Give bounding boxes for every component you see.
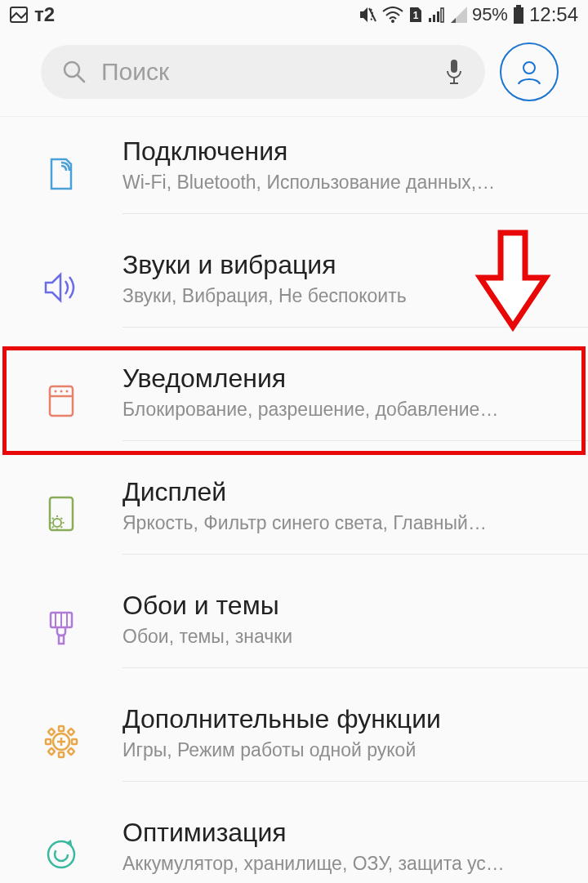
optimize-icon — [44, 837, 78, 872]
notifications-icon — [45, 383, 78, 419]
profile-icon — [514, 57, 544, 87]
profile-button[interactable] — [500, 42, 559, 101]
svg-line-27 — [52, 518, 54, 520]
svg-rect-44 — [68, 747, 74, 754]
item-title: Дисплей — [122, 477, 564, 507]
connections-icon — [45, 154, 78, 194]
svg-line-29 — [52, 526, 54, 528]
item-wallpapers[interactable]: Обои и темы Обои, темы, значки — [0, 571, 588, 685]
item-sub: Игры, Режим работы одной рукой — [122, 739, 564, 761]
svg-rect-41 — [48, 728, 55, 734]
svg-rect-37 — [59, 726, 64, 731]
arrow-annotation-icon — [472, 229, 554, 335]
svg-point-19 — [60, 390, 63, 392]
item-title: Подключения — [122, 136, 564, 167]
item-advanced[interactable]: Дополнительные функции Игры, Режим работ… — [0, 685, 588, 798]
mute-icon — [358, 6, 377, 24]
svg-rect-35 — [59, 635, 64, 644]
mic-icon[interactable] — [444, 58, 464, 86]
gear-plus-icon — [43, 724, 79, 760]
item-sub: Аккумулятор, хранилище, ОЗУ, защита ус… — [122, 853, 564, 875]
item-optimization[interactable]: Оптимизация Аккумулятор, хранилище, ОЗУ,… — [0, 798, 588, 883]
svg-rect-39 — [46, 739, 51, 744]
svg-point-2 — [391, 20, 394, 23]
svg-rect-7 — [441, 8, 443, 22]
svg-rect-8 — [516, 5, 521, 7]
search-placeholder: Поиск — [101, 58, 430, 86]
item-notifications[interactable]: Уведомления Блокирование, разрешение, до… — [0, 344, 588, 457]
image-icon — [10, 7, 28, 23]
search-icon — [62, 60, 87, 84]
battery-pct: 95% — [472, 4, 508, 25]
svg-rect-9 — [514, 7, 523, 24]
svg-point-18 — [55, 390, 57, 392]
svg-line-30 — [61, 518, 63, 520]
brush-icon — [46, 609, 77, 647]
item-sub: Обои, темы, значки — [122, 626, 564, 648]
carrier-label: т2 — [34, 3, 55, 26]
svg-rect-40 — [72, 739, 77, 744]
battery-icon — [513, 5, 524, 25]
item-connections[interactable]: Подключения Wi-Fi, Bluetooth, Использова… — [0, 117, 588, 230]
signal2-icon — [451, 7, 467, 23]
wifi-icon — [382, 7, 403, 23]
svg-rect-42 — [68, 728, 74, 734]
svg-point-20 — [66, 390, 69, 392]
search-row: Поиск — [0, 29, 588, 117]
item-title: Оптимизация — [122, 818, 564, 848]
sound-icon — [42, 271, 80, 304]
svg-rect-6 — [437, 11, 439, 22]
item-sub: Яркость, Фильтр синего света, Главный… — [122, 512, 564, 534]
svg-point-22 — [53, 519, 61, 527]
item-title: Уведомления — [122, 363, 564, 394]
svg-rect-43 — [48, 747, 55, 754]
item-sub: Блокирование, разрешение, добавление… — [122, 399, 564, 421]
svg-line-1 — [369, 8, 376, 21]
display-icon — [45, 495, 78, 534]
svg-rect-5 — [433, 15, 435, 22]
item-title: Дополнительные функции — [122, 704, 564, 734]
clock: 12:54 — [529, 3, 578, 26]
svg-rect-12 — [451, 60, 457, 73]
svg-rect-4 — [429, 18, 431, 22]
svg-rect-38 — [59, 752, 64, 757]
svg-point-15 — [523, 62, 535, 74]
svg-text:1: 1 — [413, 10, 419, 21]
svg-line-28 — [61, 526, 63, 528]
signal1-icon — [428, 7, 446, 23]
svg-line-11 — [78, 75, 84, 82]
status-bar: т2 1 95% 12:54 — [0, 0, 588, 29]
search-bar[interactable]: Поиск — [41, 45, 485, 99]
item-sub: Wi-Fi, Bluetooth, Использование данных,… — [122, 172, 564, 194]
sim-icon: 1 — [408, 6, 423, 24]
item-title: Обои и темы — [122, 591, 564, 621]
item-display[interactable]: Дисплей Яркость, Фильтр синего света, Гл… — [0, 457, 588, 571]
svg-point-48 — [55, 848, 68, 861]
